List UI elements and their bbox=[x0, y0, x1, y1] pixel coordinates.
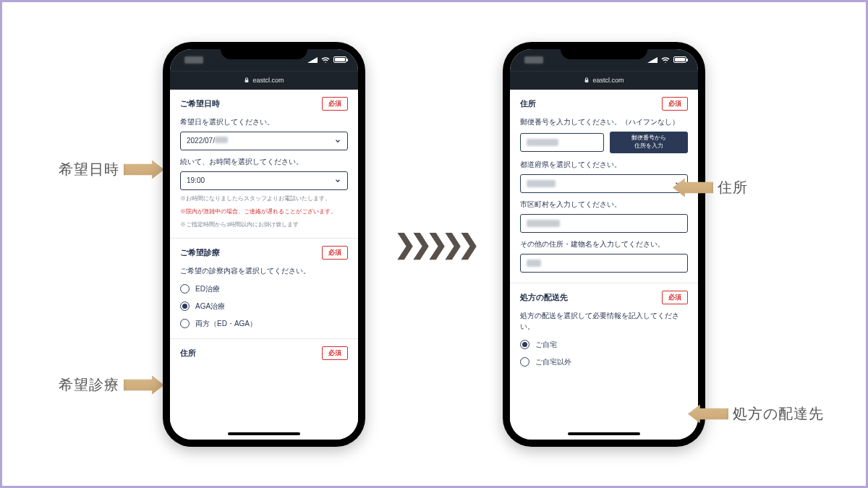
screen-1: eastcl.com ご希望日時 必須 希望日を選択してください。 2022/0… bbox=[170, 49, 358, 440]
anno-treatment: 希望診療 bbox=[59, 375, 164, 395]
lock-icon bbox=[244, 77, 250, 83]
time-field-label: 続いて、お時間を選択してください。 bbox=[180, 156, 348, 167]
treatment-radio-group: ED治療 AGA治療 両方（ED・AGA） bbox=[180, 281, 348, 333]
date-field-label: 希望日を選択してください。 bbox=[180, 116, 348, 127]
radio-both-label: 両方（ED・AGA） bbox=[195, 319, 257, 329]
radio-other-addr[interactable]: ご自宅以外 bbox=[520, 354, 688, 371]
radio-aga-label: AGA治療 bbox=[195, 301, 225, 312]
radio-ed[interactable]: ED治療 bbox=[180, 281, 348, 298]
zip-input[interactable] bbox=[520, 133, 604, 152]
radio-icon bbox=[520, 357, 529, 367]
lock-icon bbox=[584, 77, 590, 83]
radio-other-label: ご自宅以外 bbox=[535, 357, 571, 367]
form-content-2: 住所 必須 郵便番号を入力してください。（ハイフンなし） 郵便番号から bbox=[510, 90, 698, 440]
note-2-warning: ※院内が混雑中の場合、ご連絡が遅れることがございます。 bbox=[180, 207, 348, 216]
signal-icon bbox=[307, 57, 318, 63]
time-value: 19:00 bbox=[187, 176, 205, 184]
blurred-value bbox=[527, 260, 541, 267]
anno-treatment-label: 希望診療 bbox=[59, 375, 119, 395]
other-address-input[interactable] bbox=[520, 254, 688, 273]
required-badge: 必須 bbox=[662, 97, 688, 111]
time-select[interactable]: 19:00 bbox=[180, 171, 348, 190]
delivery-radio-group: ご自宅 ご自宅以外 bbox=[520, 336, 688, 371]
anno-datetime-label: 希望日時 bbox=[59, 160, 119, 179]
section-datetime-title: ご希望日時 bbox=[180, 98, 220, 109]
section-delivery-title: 処方の配送先 bbox=[520, 292, 568, 303]
radio-home[interactable]: ご自宅 bbox=[520, 336, 688, 354]
treatment-field-label: ご希望の診察内容を選択してください。 bbox=[180, 265, 348, 276]
battery-icon bbox=[673, 56, 686, 63]
browser-url-bar[interactable]: eastcl.com bbox=[510, 71, 698, 90]
blurred-value bbox=[527, 220, 560, 227]
phone-mock-2: eastcl.com 住所 必須 郵便番号を入力してください。（ハイフンなし） bbox=[503, 42, 705, 447]
phone-mock-1: eastcl.com ご希望日時 必須 希望日を選択してください。 2022/0… bbox=[163, 42, 365, 447]
home-indicator bbox=[568, 432, 640, 435]
prefecture-select[interactable] bbox=[520, 174, 688, 193]
radio-icon bbox=[180, 284, 190, 294]
battery-icon bbox=[333, 56, 346, 63]
city-input[interactable] bbox=[520, 214, 688, 233]
browser-url-bar[interactable]: eastcl.com bbox=[170, 71, 358, 90]
screen-2: eastcl.com 住所 必須 郵便番号を入力してください。（ハイフンなし） bbox=[510, 49, 698, 440]
home-indicator bbox=[228, 432, 300, 435]
blurred-value bbox=[527, 139, 558, 146]
required-badge: 必須 bbox=[322, 346, 348, 360]
required-badge: 必須 bbox=[322, 246, 348, 260]
blurred-time bbox=[184, 56, 203, 64]
anno-address: 住所 bbox=[673, 178, 748, 197]
blurred-value bbox=[215, 137, 228, 143]
phone-notch bbox=[561, 42, 647, 59]
blurred-value bbox=[527, 180, 556, 187]
pointer-arrow-icon bbox=[688, 405, 728, 424]
section-address: 住所 必須 郵便番号を入力してください。（ハイフンなし） 郵便番号から bbox=[510, 90, 698, 283]
other-address-label: その他の住所・建物名を入力してください。 bbox=[520, 239, 688, 249]
radio-both[interactable]: 両方（ED・AGA） bbox=[180, 315, 348, 333]
section-treatment-title: ご希望診療 bbox=[180, 247, 220, 258]
date-select[interactable]: 2022/07/ bbox=[180, 132, 348, 150]
required-badge: 必須 bbox=[662, 291, 688, 304]
tutorial-slide: 希望日時 希望診療 eas bbox=[0, 0, 868, 488]
url-text: eastcl.com bbox=[592, 77, 624, 84]
blurred-time bbox=[524, 56, 543, 64]
zip-field-label: 郵便番号を入力してください。（ハイフンなし） bbox=[520, 116, 688, 127]
zip-button-text: 郵便番号から 住所を入力 bbox=[631, 134, 666, 150]
chevron-down-icon bbox=[334, 177, 341, 184]
pointer-arrow-icon bbox=[124, 160, 164, 179]
zip-btn-l1: 郵便番号から bbox=[631, 134, 666, 141]
anno-delivery: 処方の配達先 bbox=[688, 404, 824, 424]
phone-notch bbox=[221, 42, 307, 59]
anno-address-label: 住所 bbox=[718, 178, 748, 197]
zip-btn-l2: 住所を入力 bbox=[634, 142, 663, 149]
date-value-prefix: 2022/07/ bbox=[187, 137, 215, 145]
section-address-title: 住所 bbox=[520, 98, 536, 109]
chevron-down-icon bbox=[334, 137, 341, 145]
radio-home-label: ご自宅 bbox=[535, 340, 557, 350]
slide-inner: 希望日時 希望診療 eas bbox=[15, 15, 853, 473]
pointer-arrow-icon bbox=[673, 179, 713, 197]
radio-icon-checked bbox=[180, 301, 190, 311]
zip-lookup-button[interactable]: 郵便番号から 住所を入力 bbox=[610, 132, 688, 153]
radio-ed-label: ED治療 bbox=[195, 284, 220, 294]
section-datetime: ご希望日時 必須 希望日を選択してください。 2022/07/ 続いて、お時間を… bbox=[170, 90, 358, 239]
section-address-title: 住所 bbox=[180, 348, 196, 359]
radio-icon-checked bbox=[520, 340, 529, 349]
required-badge: 必須 bbox=[322, 97, 348, 111]
delivery-field-label: 処方の配送を選択して必要情報を記入してください。 bbox=[520, 310, 688, 332]
note-3: ※ご指定時間から1時間以内にお掛け致します bbox=[180, 221, 348, 229]
wifi-icon bbox=[661, 56, 670, 64]
form-content-1: ご希望日時 必須 希望日を選択してください。 2022/07/ 続いて、お時間を… bbox=[170, 90, 358, 440]
city-field-label: 市区町村を入力してください。 bbox=[520, 199, 688, 210]
note-1: ※お時間になりましたらスタッフよりお電話いたします。 bbox=[180, 194, 348, 203]
radio-icon bbox=[180, 319, 190, 328]
anno-datetime: 希望日時 bbox=[59, 160, 164, 179]
section-treatment: ご希望診療 必須 ご希望の診察内容を選択してください。 ED治療 AGA治 bbox=[170, 239, 358, 339]
pref-field-label: 都道府県を選択してください。 bbox=[520, 159, 688, 170]
signal-icon bbox=[647, 57, 658, 63]
anno-delivery-label: 処方の配達先 bbox=[733, 404, 824, 424]
section-delivery: 処方の配送先 必須 処方の配送を選択して必要情報を記入してください。 ご自宅 bbox=[510, 283, 698, 377]
flow-arrows: ❯❯❯❯❯ bbox=[394, 229, 474, 260]
url-text: eastcl.com bbox=[252, 77, 284, 84]
pointer-arrow-icon bbox=[124, 376, 164, 395]
section-address-peek: 住所 必須 bbox=[170, 339, 358, 367]
radio-aga[interactable]: AGA治療 bbox=[180, 298, 348, 315]
